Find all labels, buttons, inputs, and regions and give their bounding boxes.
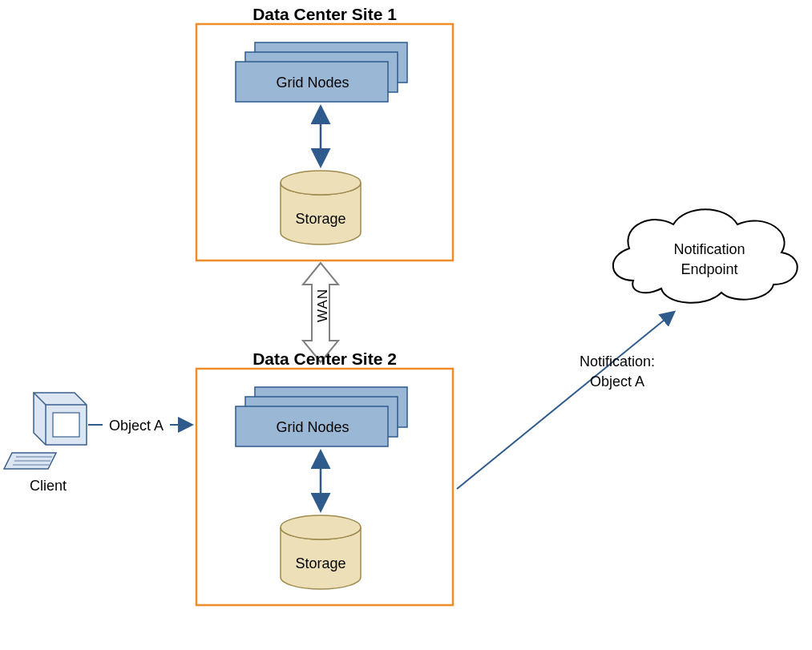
site1-title: Data Center Site 1 bbox=[216, 4, 433, 25]
site1-grid-nodes bbox=[236, 42, 407, 102]
notification-label-1: Notification: bbox=[557, 353, 677, 371]
wan-label: WAN bbox=[314, 289, 330, 322]
site2-storage-label: Storage bbox=[281, 555, 361, 573]
svg-rect-8 bbox=[53, 413, 79, 437]
site2-title: Data Center Site 2 bbox=[216, 349, 433, 369]
site1-grid-label: Grid Nodes bbox=[240, 74, 385, 92]
svg-point-3 bbox=[281, 171, 361, 195]
site2-grid-nodes bbox=[236, 387, 407, 446]
site2-grid-label: Grid Nodes bbox=[240, 418, 385, 437]
object-a-label: Object A bbox=[100, 417, 172, 435]
svg-point-7 bbox=[281, 515, 361, 539]
cloud-label-2: Endpoint bbox=[657, 260, 762, 279]
diagram-canvas bbox=[0, 0, 812, 650]
site2-storage bbox=[281, 515, 361, 589]
client-icon bbox=[4, 393, 87, 469]
notification-label-2: Object A bbox=[557, 373, 677, 391]
site1-storage bbox=[281, 171, 361, 244]
site1-storage-label: Storage bbox=[281, 210, 361, 228]
notification-arrow bbox=[457, 313, 673, 489]
cloud-label-1: Notification bbox=[657, 240, 762, 259]
client-label: Client bbox=[16, 477, 80, 495]
